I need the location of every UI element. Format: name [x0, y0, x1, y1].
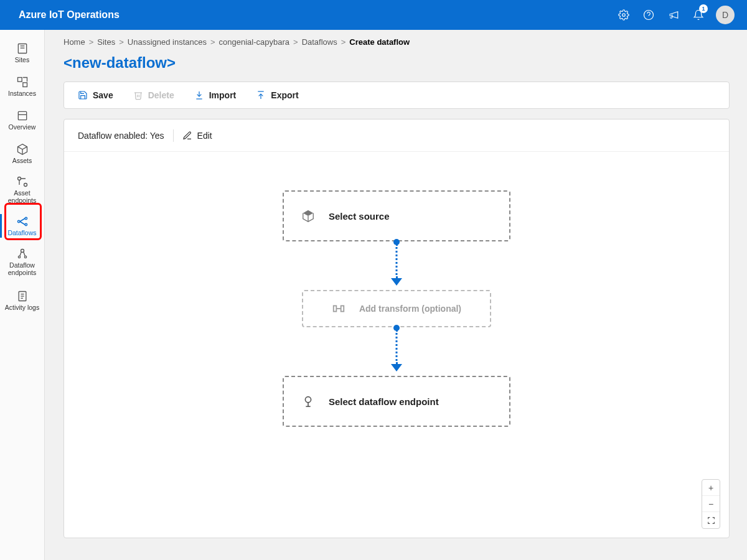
export-label: Export: [271, 90, 298, 100]
svg-rect-3: [18, 44, 26, 53]
rail-instances[interactable]: Instances: [0, 70, 44, 103]
rail-label: Asset endpoints: [0, 190, 44, 204]
crumb-sites[interactable]: Sites: [97, 37, 115, 47]
zoom-fit-button[interactable]: [702, 512, 720, 528]
crumb-instance[interactable]: congenial-capybara: [219, 37, 289, 47]
left-nav-rail: Sites Instances Overview Assets Asset en…: [0, 30, 45, 560]
connector-line: [396, 330, 398, 364]
node-endpoint-label: Select dataflow endpoint: [329, 396, 439, 407]
settings-icon[interactable]: [611, 0, 636, 30]
rail-label: Dataflows: [7, 230, 36, 237]
crumb-unassigned[interactable]: Unassigned instances: [128, 37, 207, 47]
rail-label: Sites: [15, 57, 29, 64]
rail-label: Overview: [9, 124, 36, 131]
page-title: <new-dataflow>: [63, 54, 730, 72]
divider: [173, 129, 174, 142]
rail-dataflows[interactable]: Dataflows: [0, 209, 44, 243]
zoom-in-button[interactable]: +: [702, 480, 720, 496]
rail-label: Instances: [8, 90, 36, 98]
import-button[interactable]: Import: [194, 90, 237, 100]
rail-sites[interactable]: Sites: [0, 36, 44, 70]
node-select-source[interactable]: Select source: [283, 190, 510, 241]
rail-assets[interactable]: Assets: [0, 137, 44, 170]
notification-badge: 1: [699, 4, 708, 13]
node-select-endpoint[interactable]: Select dataflow endpoint: [283, 376, 510, 427]
zoom-controls: + −: [702, 479, 720, 529]
command-bar: Save Delete Import Export: [63, 82, 730, 109]
breadcrumb: Home> Sites> Unassigned instances> conge…: [63, 37, 730, 47]
connector-arrow-icon: [391, 364, 402, 371]
svg-point-0: [622, 14, 626, 17]
zoom-out-button[interactable]: −: [702, 496, 720, 512]
save-button[interactable]: Save: [78, 90, 113, 100]
svg-point-17: [24, 256, 26, 258]
crumb-home[interactable]: Home: [63, 37, 85, 47]
node-transform-label: Add transform (optional): [359, 304, 461, 314]
rail-activity-logs[interactable]: Activity logs: [0, 281, 44, 320]
svg-point-10: [17, 177, 21, 180]
delete-button: Delete: [133, 90, 174, 100]
export-button[interactable]: Export: [256, 90, 298, 100]
svg-point-11: [24, 183, 27, 186]
svg-rect-8: [18, 111, 26, 119]
node-add-transform[interactable]: Add transform (optional): [302, 290, 491, 327]
svg-rect-24: [334, 306, 337, 311]
connector-line: [396, 244, 398, 278]
delete-label: Delete: [148, 90, 174, 100]
rail-overview[interactable]: Overview: [0, 103, 44, 137]
help-icon[interactable]: [636, 0, 661, 30]
rail-dataflow-endpoints[interactable]: Dataflow endpoints: [0, 243, 44, 281]
dataflow-enabled-label: Dataflow enabled: Yes: [78, 131, 164, 141]
notifications-icon[interactable]: 1: [686, 0, 711, 30]
rail-label: Dataflow endpoints: [0, 262, 44, 276]
edit-label: Edit: [197, 131, 212, 141]
svg-point-13: [25, 217, 27, 219]
svg-point-14: [25, 223, 27, 225]
import-label: Import: [209, 90, 237, 100]
svg-point-1: [644, 11, 654, 20]
canvas-header: Dataflow enabled: Yes Edit: [64, 119, 729, 152]
main-content: Home> Sites> Unassigned instances> conge…: [45, 30, 747, 560]
svg-rect-7: [22, 83, 27, 87]
svg-point-12: [17, 220, 19, 222]
dataflow-graph[interactable]: Select source Add transform (optional) S…: [64, 152, 729, 538]
connector-arrow-icon: [391, 278, 402, 286]
svg-point-16: [18, 256, 20, 258]
node-source-label: Select source: [329, 211, 390, 222]
app-title: Azure IoT Operations: [19, 9, 120, 21]
svg-rect-6: [17, 77, 22, 82]
dataflow-canvas-panel: Dataflow enabled: Yes Edit Select source…: [63, 119, 730, 538]
save-label: Save: [93, 90, 113, 100]
crumb-dataflows[interactable]: Dataflows: [302, 37, 337, 47]
announcements-icon[interactable]: [661, 0, 686, 30]
user-avatar[interactable]: D: [716, 6, 735, 24]
edit-button[interactable]: Edit: [182, 131, 212, 141]
crumb-current: Create dataflow: [349, 37, 410, 47]
app-header: Azure IoT Operations 1 D: [0, 0, 747, 30]
rail-label: Activity logs: [5, 304, 39, 312]
rail-asset-endpoints[interactable]: Asset endpoints: [0, 170, 44, 209]
svg-point-27: [305, 397, 311, 403]
rail-label: Assets: [12, 157, 32, 165]
svg-rect-25: [341, 306, 344, 311]
